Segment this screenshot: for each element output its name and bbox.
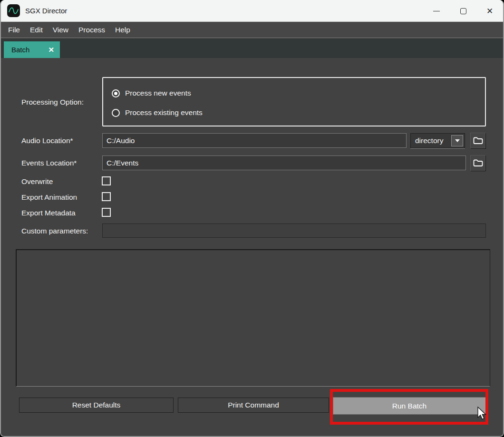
folder-icon — [473, 136, 484, 145]
custom-parameters-label: Custom parameters: — [21, 227, 88, 235]
chevron-down-icon — [455, 139, 460, 142]
export-metadata-checkbox[interactable] — [102, 208, 111, 217]
export-metadata-label: Export Metadata — [21, 209, 76, 217]
events-location-label: Events Location* — [21, 159, 77, 167]
audio-location-input[interactable] — [102, 133, 407, 148]
window-controls: ✕ — [423, 0, 503, 22]
menu-edit[interactable]: Edit — [30, 26, 43, 34]
app-icon — [7, 4, 20, 17]
audio-location-browse-button[interactable] — [470, 133, 485, 148]
app-window: SGX Director ✕ File Edit View Process He… — [0, 0, 504, 437]
window-title: SGX Director — [25, 7, 67, 15]
menu-view[interactable]: View — [53, 26, 68, 34]
menu-file[interactable]: File — [8, 26, 20, 34]
radio-row-new-events[interactable]: Process new events — [112, 89, 191, 97]
output-console[interactable] — [16, 249, 490, 387]
radio-process-new-events[interactable] — [112, 89, 120, 97]
radio-label-existing-events: Process existing events — [125, 108, 203, 117]
dropdown-arrow-button[interactable] — [451, 135, 463, 146]
export-animation-checkbox[interactable] — [102, 192, 111, 201]
minimize-icon — [433, 11, 440, 11]
minimize-button[interactable] — [423, 0, 450, 22]
close-button[interactable]: ✕ — [476, 0, 503, 22]
menu-help[interactable]: Help — [115, 26, 130, 34]
titlebar: SGX Director ✕ — [1, 0, 503, 22]
audio-location-label: Audio Location* — [21, 136, 73, 145]
menu-process[interactable]: Process — [78, 26, 105, 34]
tabbar: Batch ✕ — [1, 39, 503, 58]
folder-icon — [473, 158, 484, 167]
run-batch-button[interactable]: Run Batch — [333, 397, 486, 415]
dropdown-selected-value: directory — [411, 136, 451, 145]
print-command-button[interactable]: Print Command — [178, 398, 329, 413]
close-icon: ✕ — [486, 7, 493, 15]
tab-batch[interactable]: Batch ✕ — [4, 41, 60, 58]
tab-batch-label: Batch — [11, 46, 48, 54]
processing-option-label: Processing Option: — [21, 98, 84, 107]
overwrite-checkbox[interactable] — [102, 176, 111, 185]
radio-row-existing-events[interactable]: Process existing events — [112, 108, 203, 117]
events-location-input[interactable] — [102, 155, 466, 170]
sine-wave-icon — [7, 4, 20, 17]
overwrite-label: Overwrite — [21, 177, 53, 186]
maximize-button[interactable] — [450, 0, 476, 22]
tab-close-icon[interactable]: ✕ — [48, 46, 54, 54]
batch-panel: Processing Option: Process new events Pr… — [1, 58, 503, 437]
radio-dot — [114, 92, 117, 95]
radio-process-existing-events[interactable] — [112, 109, 120, 117]
reset-defaults-button[interactable]: Reset Defaults — [19, 398, 174, 413]
maximize-icon — [460, 8, 466, 14]
menubar: File Edit View Process Help — [1, 22, 503, 38]
processing-option-group: Process new events Process existing even… — [102, 77, 486, 126]
audio-location-type-dropdown[interactable]: directory — [410, 133, 465, 148]
events-location-browse-button[interactable] — [470, 155, 485, 171]
export-animation-label: Export Animation — [21, 193, 77, 202]
radio-label-new-events: Process new events — [125, 89, 191, 97]
custom-parameters-input[interactable] — [102, 223, 486, 238]
